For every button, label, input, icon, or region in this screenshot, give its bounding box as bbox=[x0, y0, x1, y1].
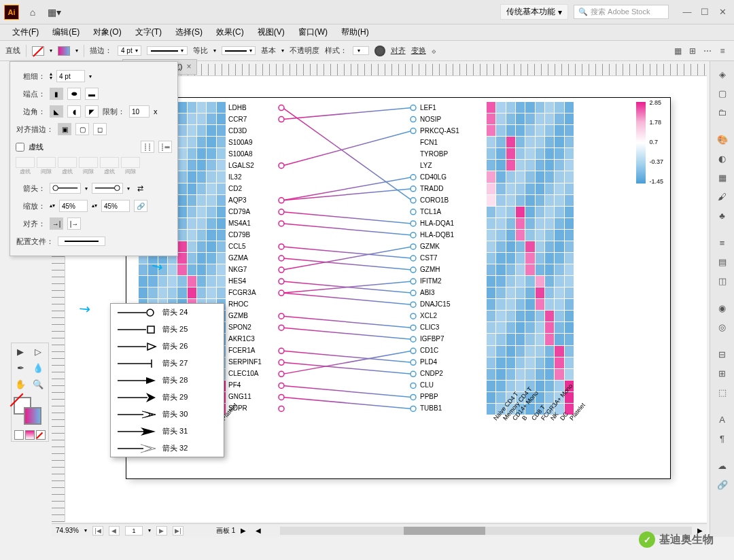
align-link[interactable]: 对齐 bbox=[391, 46, 406, 56]
align-panel-icon[interactable]: ⊟ bbox=[714, 345, 731, 363]
color-panel-icon[interactable]: 🎨 bbox=[714, 130, 731, 148]
chevron-down-icon[interactable]: ▾ bbox=[127, 186, 130, 192]
stroke-weight-field[interactable]: 4 pt bbox=[118, 46, 141, 56]
artboard-number-input[interactable] bbox=[125, 526, 143, 536]
dash-field[interactable] bbox=[16, 157, 35, 168]
menu-view[interactable]: 视图(V) bbox=[252, 25, 290, 39]
menu-type[interactable]: 文字(T) bbox=[130, 25, 167, 39]
transform-panel-icon[interactable]: ⊞ bbox=[714, 364, 731, 382]
arrow-align-tip-icon[interactable]: |→ bbox=[67, 217, 81, 230]
workspace-switcher[interactable]: 传统基本功能 ▾ bbox=[500, 4, 568, 20]
direct-select-tool-icon[interactable]: ▷ bbox=[29, 343, 47, 360]
arrowhead-option[interactable]: 箭头 28 bbox=[111, 372, 224, 389]
gap-field[interactable] bbox=[37, 157, 56, 168]
menu-object[interactable]: 对象(O) bbox=[88, 25, 126, 39]
chevron-down-icon[interactable]: ▾ bbox=[89, 73, 92, 80]
link-scale-icon[interactable]: 🔗 bbox=[134, 200, 147, 212]
fill-swatch[interactable] bbox=[32, 46, 44, 56]
arrange-docs-icon[interactable]: ▦▾ bbox=[46, 4, 63, 20]
menu-edit[interactable]: 编辑(E) bbox=[47, 25, 85, 39]
arrowhead-option[interactable]: 箭头 24 bbox=[111, 304, 224, 321]
align-center-icon[interactable]: ▣ bbox=[58, 123, 71, 135]
pathfinder-panel-icon[interactable]: ⬚ bbox=[714, 383, 731, 401]
zoom-level[interactable]: 74.93% bbox=[56, 527, 79, 534]
more-icon[interactable]: ⋯ bbox=[701, 45, 714, 57]
adobe-stock-search[interactable]: 🔍 搜索 Adobe Stock bbox=[574, 5, 669, 19]
arrow-scale-start[interactable] bbox=[59, 200, 88, 212]
first-artboard-button[interactable]: |◀ bbox=[92, 526, 103, 536]
artboard-name[interactable]: 画板 1 bbox=[216, 526, 235, 536]
maximize-button[interactable]: ☐ bbox=[697, 5, 712, 20]
stroke-panel-icon[interactable]: ≡ bbox=[714, 234, 731, 251]
chevron-down-icon[interactable]: ▾ bbox=[84, 527, 87, 533]
grid-icon[interactable]: ▦ bbox=[671, 45, 684, 57]
menu-help[interactable]: 帮助(H) bbox=[336, 25, 374, 39]
color-mode-gradient[interactable] bbox=[25, 430, 35, 440]
graphic-style-select[interactable] bbox=[353, 46, 369, 55]
transparency-panel-icon[interactable]: ◫ bbox=[714, 272, 731, 290]
snap-icon[interactable]: ⊞ bbox=[686, 45, 699, 57]
zoom-tool-icon[interactable]: 🔍 bbox=[29, 376, 47, 392]
dash-field[interactable] bbox=[100, 157, 119, 168]
cap-projecting-icon[interactable]: ▬ bbox=[85, 88, 99, 100]
gap-field[interactable] bbox=[79, 157, 98, 168]
arrowhead-option[interactable]: 箭头 25 bbox=[111, 321, 224, 338]
color-guide-panel-icon[interactable]: ◐ bbox=[714, 150, 731, 167]
opacity-label[interactable]: 不透明度 bbox=[290, 46, 319, 56]
arrow-align-extend-icon[interactable]: →| bbox=[50, 217, 63, 230]
tab-close-icon[interactable]: × bbox=[186, 62, 191, 71]
style-label[interactable]: 样式： bbox=[325, 46, 347, 56]
arrowhead-option[interactable]: 箭头 30 bbox=[111, 406, 224, 423]
dash-field[interactable] bbox=[58, 157, 77, 168]
swap-arrows-icon[interactable]: ⇄ bbox=[134, 182, 146, 194]
chevron-down-icon[interactable]: ▾ bbox=[50, 48, 52, 54]
chevron-down-icon[interactable]: ▾ bbox=[85, 186, 88, 192]
stroke-swatch[interactable] bbox=[58, 46, 70, 56]
join-round-icon[interactable]: ◖ bbox=[67, 105, 81, 118]
graphic-styles-panel-icon[interactable]: ◎ bbox=[714, 318, 731, 336]
arrowhead-option[interactable]: 箭头 32 bbox=[111, 440, 224, 457]
hand-tool-icon[interactable]: ✋ bbox=[12, 376, 29, 392]
character-panel-icon[interactable]: A bbox=[714, 410, 731, 428]
brush-select[interactable] bbox=[222, 46, 256, 55]
chevron-down-icon[interactable]: ▾ bbox=[75, 48, 78, 54]
cap-butt-icon[interactable]: ▮ bbox=[50, 88, 63, 100]
chevron-down-icon[interactable]: ▾ bbox=[148, 527, 151, 533]
arrow-start-select[interactable] bbox=[50, 183, 81, 194]
align-outside-icon[interactable]: ◻ bbox=[93, 123, 107, 135]
cap-round-icon[interactable]: ⬬ bbox=[67, 88, 81, 100]
isolate-icon[interactable]: ⟐ bbox=[432, 47, 436, 55]
last-artboard-button[interactable]: ▶| bbox=[173, 526, 184, 536]
dash-preserve-icon[interactable]: ┊┊ bbox=[141, 141, 154, 153]
join-miter-icon[interactable]: ◣ bbox=[50, 105, 63, 118]
stroke-color[interactable] bbox=[24, 407, 41, 425]
arrow-end-select[interactable] bbox=[92, 183, 123, 194]
menu-select[interactable]: 选择(S) bbox=[170, 25, 208, 39]
pen-tool-icon[interactable]: ✒ bbox=[12, 360, 29, 376]
next-artboard-button[interactable]: ▶ bbox=[156, 526, 167, 536]
arrowhead-option[interactable]: 箭头 27 bbox=[111, 355, 224, 372]
close-button[interactable]: ✕ bbox=[715, 5, 730, 20]
join-bevel-icon[interactable]: ◤ bbox=[85, 105, 99, 118]
swatches-panel-icon[interactable]: ▦ bbox=[714, 169, 731, 186]
stepper-arrows[interactable]: ▴▾ bbox=[50, 72, 52, 80]
color-mode-solid[interactable] bbox=[14, 430, 24, 440]
menu-file[interactable]: 文件(F) bbox=[7, 25, 44, 39]
stroke-label[interactable]: 描边： bbox=[90, 46, 112, 56]
menu-effect[interactable]: 效果(C) bbox=[211, 25, 249, 39]
symbols-panel-icon[interactable]: ♣ bbox=[714, 207, 731, 224]
eyedropper-tool-icon[interactable]: 💧 bbox=[29, 360, 47, 376]
dash-align-icon[interactable]: ┊═ bbox=[158, 141, 172, 153]
arrow-scale-end[interactable] bbox=[101, 200, 130, 212]
selection-tool-icon[interactable]: ▶ bbox=[12, 343, 29, 360]
assets-panel-icon[interactable]: 🗀 bbox=[714, 103, 731, 121]
weight-input[interactable] bbox=[56, 70, 85, 82]
libraries-panel-icon[interactable]: ☁ bbox=[714, 457, 731, 474]
arrowhead-option[interactable]: 箭头 31 bbox=[111, 423, 224, 440]
profile-select[interactable] bbox=[58, 237, 105, 246]
stepper-arrows[interactable]: ▴▾ bbox=[50, 204, 55, 208]
width-profile-select[interactable] bbox=[147, 46, 188, 55]
gap-field[interactable] bbox=[121, 157, 140, 168]
layers-panel-icon[interactable]: ◈ bbox=[714, 65, 731, 83]
appearance-panel-icon[interactable]: ◉ bbox=[714, 299, 731, 317]
